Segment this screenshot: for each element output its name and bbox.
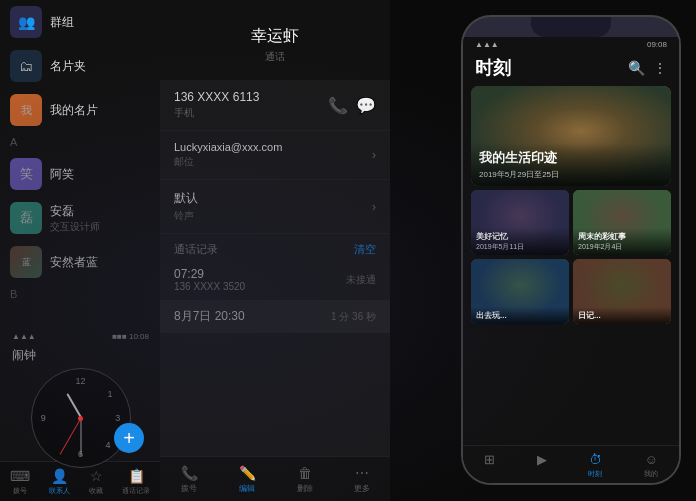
action-delete[interactable]: 🗑 删除 [297,465,313,494]
action-call-icon: 📞 [181,465,198,481]
thumb-4-title: 日记... [578,310,666,321]
add-contact-fab[interactable]: + [114,423,144,453]
axiao-name: 阿笑 [50,166,150,183]
detail-email-row[interactable]: Luckyxiaxia@xxx.com 邮位 › [160,131,390,180]
clock-minute-hand [80,418,81,456]
contact-anlei[interactable]: 磊 安磊 交互设计师 [0,196,160,240]
chevron-right-icon-2: › [372,200,376,214]
detail-ringtone-row[interactable]: 默认 铃声 › [160,180,390,234]
action-edit-label: 编辑 [239,483,255,494]
phone-shell: ▲▲▲ 09:08 时刻 🔍 ⋮ 我的生活印迹 2019年5月29日至25日 [461,15,681,485]
action-delete-icon: 🗑 [298,465,312,481]
clock-num-1: 1 [107,389,112,399]
app-header: 时刻 🔍 ⋮ [463,52,679,86]
thumb-2-date: 2019年2月4日 [578,242,666,252]
contact-anran[interactable]: 蓝 安然者蓝 [0,240,160,284]
detail-phone-key: 手机 [174,106,259,120]
thumb-2-overlay: 周末的彩虹事 2019年2月4日 [573,228,671,255]
section-b-label: B [0,284,160,304]
clock-hour-hand [66,393,81,418]
thumb-1[interactable]: 美好记忆 2019年5月11日 [471,190,569,255]
detail-phone-actions: 📞 💬 [328,96,376,115]
phone-message-icon[interactable]: 💬 [356,96,376,115]
detail-email-value: Luckyxiaxia@xxx.com [174,141,282,153]
detail-ringtone-key: 铃声 [174,209,198,223]
action-more[interactable]: ⋯ 更多 [354,465,370,494]
hero-title: 我的生活印迹 [479,149,663,167]
hero-card[interactable]: 我的生活印迹 2019年5月29日至25日 [471,86,671,186]
clock-num-4: 4 [105,440,110,450]
axiao-avatar: 笑 [10,158,42,190]
action-call-label: 拨号 [181,483,197,494]
detail-contact-name: 幸运虾 [251,26,299,47]
video-icon: ▶ [537,452,547,467]
contact-detail-panel: 幸运虾 通话 136 XXXX 6113 手机 📞 💬 Luckyxiaxia@… [160,0,390,501]
clock-num-12: 12 [75,376,85,386]
app-status-bar: ▲▲▲ 09:08 [463,37,679,52]
app-tab-home[interactable]: ⊞ [484,452,495,479]
action-call[interactable]: 📞 拨号 [181,465,198,494]
app-tab-profile[interactable]: ☺ 我的 [644,452,658,479]
clock-battery: ■■■ 10:08 [112,332,149,341]
moments-icon: ⏱ [589,452,602,467]
status-time: 09:08 [647,40,667,49]
call-records-title: 通话记录 [174,242,218,257]
thumb-3-title: 出去玩... [476,310,564,321]
app-bottom-tabs: ⊞ ▶ ⏱ 时刻 ☺ 我的 [463,445,679,483]
call-1-info: 07:29 136 XXXX 3520 [174,267,245,292]
thumb-3-overlay: 出去玩... [471,307,569,324]
action-edit[interactable]: ✏️ 编辑 [239,465,256,494]
contacts-cardcase[interactable]: 🗂 名片夹 [0,44,160,88]
contacts-groups[interactable]: 👥 群组 [0,0,160,44]
call-item-2[interactable]: 8月7日 20:30 1 分 36 秒 [160,300,390,333]
contact-axiao[interactable]: 笑 阿笑 [0,152,160,196]
anlei-name: 安磊 [50,203,150,220]
thumb-1-title: 美好记忆 [476,231,564,242]
hero-overlay: 我的生活印迹 2019年5月29日至25日 [471,143,671,186]
anlei-avatar: 磊 [10,202,42,234]
anran-info: 安然者蓝 [50,254,150,271]
axiao-info: 阿笑 [50,166,150,183]
anran-name: 安然者蓝 [50,254,150,271]
app-tab-moments-label: 时刻 [588,469,602,479]
cardcase-info: 名片夹 [50,58,150,75]
anran-avatar: 蓝 [10,246,42,278]
home-icon: ⊞ [484,452,495,467]
clock-center-dot [78,416,83,421]
contacts-mycard[interactable]: 我 我的名片 [0,88,160,132]
clock-num-9: 9 [41,413,46,423]
clock-num-3: 3 [115,413,120,423]
thumb-4-overlay: 日记... [573,307,671,324]
profile-icon: ☺ [644,452,657,467]
thumb-3[interactable]: 出去玩... [471,259,569,324]
detail-header: 幸运虾 通话 [160,0,390,80]
call-item-1[interactable]: 07:29 136 XXXX 3520 未接通 [160,261,390,298]
action-edit-icon: ✏️ [239,465,256,481]
hero-date: 2019年5月29日至25日 [479,169,663,180]
phone-device: ▲▲▲ 09:08 时刻 🔍 ⋮ 我的生活印迹 2019年5月29日至25日 [461,15,681,485]
clear-button[interactable]: 清空 [354,242,376,257]
action-delete-label: 删除 [297,483,313,494]
detail-phone-left: 136 XXXX 6113 手机 [174,90,259,120]
thumb-4[interactable]: 日记... [573,259,671,324]
detail-email-left: Luckyxiaxia@xxx.com 邮位 [174,141,282,169]
app-header-icons: 🔍 ⋮ [628,60,667,76]
anlei-sub: 交互设计师 [50,220,150,234]
more-icon[interactable]: ⋮ [653,60,667,76]
detail-ringtone-value: 默认 [174,190,198,207]
action-more-label: 更多 [354,483,370,494]
phone-call-icon[interactable]: 📞 [328,96,348,115]
search-icon[interactable]: 🔍 [628,60,645,76]
detail-phone-row[interactable]: 136 XXXX 6113 手机 📞 💬 [160,80,390,131]
clock-title: 闹钟 [8,343,153,368]
action-more-icon: ⋯ [355,465,369,481]
app-tab-profile-label: 我的 [644,469,658,479]
clock-widget: ▲▲▲ ■■■ 10:08 闹钟 12 1 3 4 6 9 [8,330,153,495]
thumb-2[interactable]: 周末的彩虹事 2019年2月4日 [573,190,671,255]
clock-face[interactable]: 12 1 3 4 6 9 [31,368,131,468]
app-tab-moments[interactable]: ⏱ 时刻 [588,452,602,479]
chevron-right-icon: › [372,148,376,162]
app-tab-video[interactable]: ▶ [537,452,547,479]
clock-signal-icon: ▲▲▲ [12,332,36,341]
mycard-name: 我的名片 [50,102,150,119]
